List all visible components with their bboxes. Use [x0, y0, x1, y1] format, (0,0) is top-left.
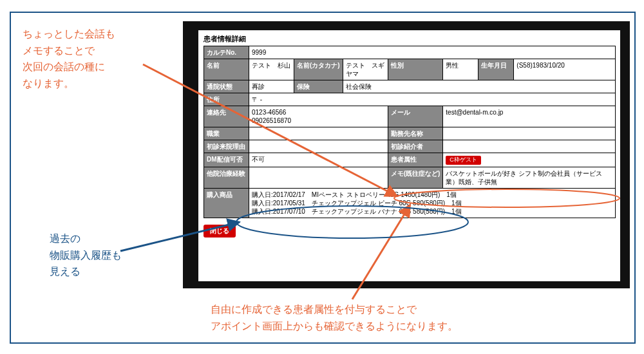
annotation-history-note: 過去の 物販購入履歴も 見える [50, 230, 122, 280]
value-name-kana: テスト スギヤマ [343, 59, 388, 80]
value-contact: 0123-46566 09026516870 [249, 106, 388, 127]
patient-detail-modal: 患者情報詳細 カルテNo. 9999 名前 テスト 杉山 名前(カタカナ) テス… [198, 30, 620, 281]
value-mail: test@dental-m.co.jp [443, 106, 616, 127]
label-memo: メモ(既往症など) [388, 167, 443, 188]
label-karte-no: カルテNo. [204, 46, 249, 59]
patient-detail-table: カルテNo. 9999 名前 テスト 杉山 名前(カタカナ) テスト スギヤマ … [204, 46, 616, 218]
label-gender: 性別 [388, 59, 443, 80]
label-patient-attr: 患者属性 [388, 153, 443, 167]
label-dm-ok: DM配信可否 [204, 153, 249, 167]
label-purchases: 購入商品 [204, 188, 249, 218]
value-first-visit-reason [249, 140, 388, 153]
value-work-name [443, 127, 616, 140]
label-birth: 生年月日 [478, 59, 514, 80]
close-button[interactable]: 閉じる [204, 225, 236, 238]
label-work-name: 勤務先名称 [388, 127, 443, 140]
value-visit-status: 再診 [249, 80, 294, 93]
value-gender: 男性 [443, 59, 478, 80]
frame: ちょっとした会話も メモすることで 次回の会話の種に なります。 過去の 物販購… [10, 12, 636, 344]
value-dm-ok: 不可 [249, 153, 388, 167]
value-patient-attr: C枠ゲスト [443, 153, 616, 167]
value-other-history [249, 167, 388, 188]
value-occupation [249, 127, 388, 140]
value-purchases: 購入日:2017/02/17 MIペースト ストロベリー 40G 1480(14… [249, 188, 616, 218]
value-birth: (S58)1983/10/20 [514, 59, 616, 80]
label-other-history: 他院治療経験 [204, 167, 249, 188]
value-karte-no: 9999 [249, 46, 616, 59]
value-address: 〒 - [249, 93, 616, 106]
value-insurance: 社会保険 [343, 80, 615, 93]
label-address: 住所 [204, 93, 249, 106]
patient-attr-badge: C枠ゲスト [446, 156, 481, 165]
label-contact: 連絡先 [204, 106, 249, 127]
label-visit-status: 通院状態 [204, 80, 249, 93]
label-insurance: 保険 [294, 80, 343, 93]
label-name-kana: 名前(カタカナ) [294, 59, 343, 80]
label-mail: メール [388, 106, 443, 127]
screenshot-panel: 患者情報詳細 カルテNo. 9999 名前 テスト 杉山 名前(カタカナ) テス… [183, 21, 630, 288]
label-occupation: 職業 [204, 127, 249, 140]
label-first-referrer: 初診紹介者 [388, 140, 443, 153]
modal-title: 患者情報詳細 [198, 30, 620, 46]
value-name: テスト 杉山 [249, 59, 294, 80]
label-name: 名前 [204, 59, 249, 80]
annotation-attr-note: 自由に作成できる患者属性を付与することで アポイント画面上からも確認できるように… [211, 301, 458, 334]
annotation-memo-note: ちょっとした会話も メモすることで 次回の会話の種に なります。 [23, 26, 115, 91]
label-first-visit-reason: 初診来院理由 [204, 140, 249, 153]
value-memo: バスケットボールが好き シフト制の会社員（サービス業）既婚、子供無 [443, 167, 616, 188]
value-first-referrer [443, 140, 616, 153]
